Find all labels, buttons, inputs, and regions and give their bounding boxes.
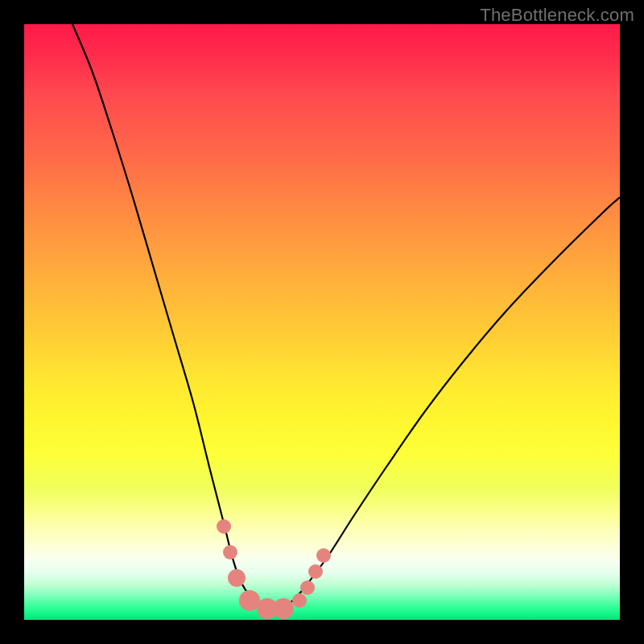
bottleneck-curve [72,24,620,609]
marker-m7 [292,593,307,608]
marker-m9 [308,564,323,579]
marker-m2 [223,545,237,559]
marker-m3 [228,569,246,587]
watermark-text: TheBottleneck.com [480,5,634,26]
marker-m6 [273,598,294,619]
marker-m1 [217,519,231,534]
bottleneck-svg [24,24,620,620]
marker-m10 [316,548,331,563]
plot-area [24,24,620,620]
chart-container: TheBottleneck.com [0,0,644,644]
markers-group [217,519,331,619]
marker-m8 [300,580,315,595]
